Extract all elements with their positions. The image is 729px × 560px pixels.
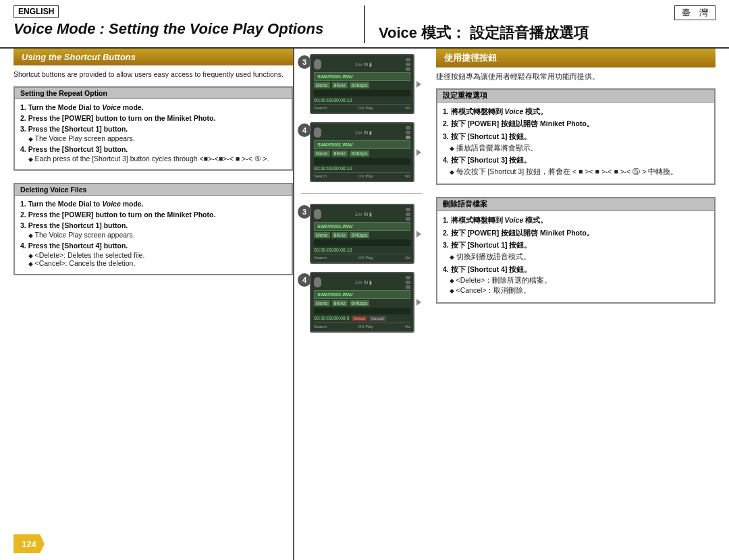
- vol-btn-3: Vol: [405, 256, 410, 260]
- status-3: 1/∞ IN ▮: [355, 212, 373, 217]
- waveform-2: [314, 158, 410, 165]
- left-column: Using the Shortcut Buttons Shortcut butt…: [0, 49, 294, 560]
- cn-repeat-step-1: 1. 將模式轉盤轉到 Voice 模式。: [443, 107, 709, 117]
- format-khz-3: 8KHz: [332, 232, 348, 238]
- english-badge: ENGLISH: [14, 5, 59, 18]
- format-row-1: Mono 8KHz 64Kbps: [314, 82, 410, 88]
- format-kbps-3: 64Kbps: [350, 232, 370, 238]
- cn-delete-step-2: 2. 按下 [POWER] 按鈕以開啓 Miniket Photo。: [443, 228, 709, 238]
- repeat-step-1: 1. Turn the Mode Dial to Voice mode.: [20, 103, 286, 111]
- main-content: Using the Shortcut Buttons Shortcut butt…: [0, 49, 729, 560]
- search-btn-3: Search: [314, 256, 327, 260]
- side-icons-1: [406, 58, 410, 71]
- mic-icon-4: [314, 277, 321, 287]
- search-btn-2: Search: [314, 174, 327, 178]
- ok-btn-1: OK Play: [358, 106, 373, 110]
- device-screen-3: 1/∞ IN ▮ SWAV0001.WAV Mono 8KHz 64Kbp: [310, 204, 414, 264]
- filename-3: SWAV0001.WAV: [317, 224, 407, 229]
- device-top-2: 1/∞ IN ▮: [314, 126, 410, 139]
- ok-btn-3: OK Play: [358, 256, 373, 260]
- side-icons-4: [406, 276, 410, 289]
- side-icons-3: [406, 208, 410, 221]
- device-bottom-3: Search OK Play Vol: [314, 254, 410, 260]
- delete-cancel-row: 00:00:00/00:00:0 Delete Cancel: [314, 316, 410, 321]
- title-right: Voice 模式： 設定語音播放選項: [379, 23, 589, 43]
- search-btn-1: Search: [314, 106, 327, 110]
- device-screen-1: 1/∞ IN ▮ SWAV0001.WAV Mono 8KHz 64Kbp: [310, 54, 414, 114]
- device-mockup-4: 4 1/∞ IN ▮ SWAV0001.WAV: [298, 272, 426, 333]
- file-info-3: SWAV0001.WAV: [314, 222, 410, 231]
- delete-button[interactable]: Delete: [352, 316, 367, 321]
- cn-delete-step-1: 1. 將模式轉盤轉到 Voice 模式。: [443, 215, 709, 225]
- cn-repeat-step-3: 3. 按下 [Shortcut 1] 按鈕。 播放語音螢幕將會顯示。: [443, 132, 709, 152]
- repeat-option-body: 1. Turn the Mode Dial to Voice mode. 2. …: [14, 99, 292, 170]
- format-mono-3: Mono: [314, 232, 330, 238]
- format-mono-2: Mono: [314, 150, 330, 157]
- center-column: 3 1/∞ IN ▮ SWAV0001.WAV: [294, 49, 429, 560]
- delete-steps: 1. Turn the Mode Dial to Voice mode. 2. …: [20, 200, 286, 267]
- vol-btn-2: Vol: [405, 174, 410, 178]
- cn-repeat-step-4-sub: 每次按下 [Shortcut 3] 按鈕，將會在 < ■ >< ■ >-< ■ …: [443, 167, 709, 177]
- repeat-step-3-sub-1: The Voice Play screen appears.: [28, 134, 286, 142]
- format-khz-4: 8KHz: [332, 300, 348, 306]
- cancel-button[interactable]: Cancel: [369, 316, 386, 321]
- cn-delete-step-4: 4. 按下 [Shortcut 4] 按鈕。 <Delete>：刪除所選的檔案。…: [443, 264, 709, 296]
- icon-2c: [406, 136, 410, 139]
- delete-step-3-sub-1: The Voice Play screen appears.: [28, 231, 286, 239]
- device-mockup-3: 3 1/∞ IN ▮ SWAV0001.WAV: [298, 204, 426, 264]
- device-bottom-4: Search OK Play Vol: [314, 323, 410, 329]
- file-info-4: SWAV0001.WAV: [314, 290, 410, 299]
- cn-delete-step-4-sub-1: <Delete>：刪除所選的檔案。: [450, 275, 709, 285]
- step-badge-3a: 3: [298, 55, 311, 69]
- header: ENGLISH Voice Mode : Setting the Voice P…: [0, 0, 729, 49]
- delete-step-4: 4. Press the [Shortcut 4] button. <Delet…: [20, 242, 286, 267]
- delete-step-4-sub-2: <Cancel>: Cancels the deletion.: [28, 259, 286, 267]
- filename-4: SWAV0001.WAV: [317, 292, 407, 297]
- device-bottom-2: Search OK Play Vol: [314, 172, 410, 178]
- icon-4b: [406, 281, 410, 284]
- device-screen-2: 1/∞ IN ▮ SWAV0001.WAV Mono 8KHz 64Kbp: [310, 122, 414, 182]
- status-1: 1/∞ IN ▮: [355, 62, 373, 67]
- mic-icon-2: [314, 128, 321, 138]
- page: ENGLISH Voice Mode : Setting the Voice P…: [0, 0, 729, 560]
- delete-box-body: 1. Turn the Mode Dial to Voice mode. 2. …: [14, 195, 292, 275]
- device-top-4: 1/∞ IN ▮: [314, 276, 410, 289]
- search-btn-4: Search: [314, 325, 327, 329]
- right-description: 捷徑按鈕專為讓使用者輕鬆存取常用功能而提供。: [436, 72, 716, 82]
- device-mockup-1: 3 1/∞ IN ▮ SWAV0001.WAV: [298, 54, 426, 114]
- waveform-1: [314, 90, 410, 96]
- repeat-option-header: Setting the Repeat Option: [14, 87, 292, 99]
- delete-step-3: 3. Press the [Shortcut 1] button. The Vo…: [20, 221, 286, 239]
- device-mockup-2: 4 1/∞ IN ▮ SWAV0001.WAV: [298, 122, 426, 182]
- vol-btn-4: Vol: [405, 325, 410, 329]
- center-separator: [301, 193, 423, 196]
- delete-steps-cn: 1. 將模式轉盤轉到 Voice 模式。 2. 按下 [POWER] 按鈕以開啓…: [443, 215, 709, 296]
- repeat-step-3: 3. Press the [Shortcut 1] button. The Vo…: [20, 125, 286, 142]
- icon-3a: [406, 208, 410, 211]
- cn-delete-step-3-sub: 切換到播放語音模式。: [443, 252, 709, 262]
- format-mono-1: Mono: [314, 82, 330, 88]
- device-bottom-1: Search OK Play Vol: [314, 104, 410, 110]
- file-info-2: SWAV0001.WAV: [314, 140, 410, 149]
- taiwan-badge: 臺 灣: [674, 5, 716, 20]
- page-number: 124: [14, 534, 45, 553]
- repeat-step-4-sub-1: Each press of the [Shortcut 3] button cy…: [28, 155, 286, 163]
- format-khz-1: 8KHz: [332, 82, 348, 88]
- cn-delete-step-3-sub-1: 切換到播放語音模式。: [450, 252, 709, 262]
- format-kbps-2: 64Kbps: [350, 150, 370, 157]
- step-badge-3b: 3: [298, 205, 311, 219]
- repeat-steps: 1. Turn the Mode Dial to Voice mode. 2. …: [20, 103, 286, 163]
- delete-step-2: 2. Press the [POWER] button to turn on t…: [20, 211, 286, 219]
- waveform-4: [314, 308, 410, 314]
- delete-step-1: 1. Turn the Mode Dial to Voice mode.: [20, 200, 286, 208]
- arrow-2: [416, 149, 421, 156]
- delete-box-header-cn: 刪除語音檔案: [437, 198, 715, 211]
- right-section-header: 使用捷徑按鈕: [436, 49, 716, 67]
- filename-2: SWAV0001.WAV: [317, 142, 407, 147]
- header-divider: [364, 5, 365, 43]
- icon-3b: [406, 213, 410, 216]
- header-left: ENGLISH Voice Mode : Setting the Voice P…: [14, 5, 350, 43]
- cn-repeat-step-4-sub-1: 每次按下 [Shortcut 3] 按鈕，將會在 < ■ >< ■ >-< ■ …: [450, 167, 709, 177]
- device-top-3: 1/∞ IN ▮: [314, 208, 410, 221]
- cn-repeat-step-4: 4. 按下 [Shortcut 3] 按鈕。 每次按下 [Shortcut 3]…: [443, 155, 709, 176]
